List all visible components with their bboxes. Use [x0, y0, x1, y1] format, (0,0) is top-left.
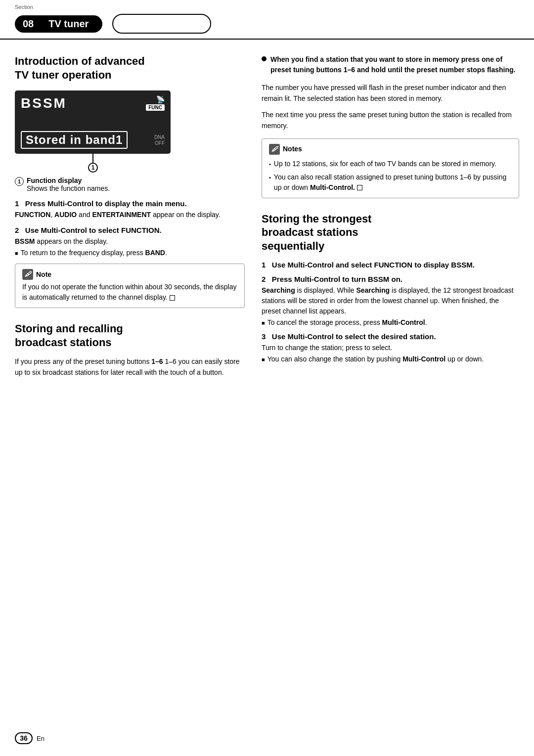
strongest-step-3: 3 Use Multi-Control to select the desire… [262, 332, 519, 363]
display-antenna-icon: 📡 [156, 95, 165, 103]
note-box: 🖊 Note If you do not operate the functio… [15, 264, 245, 308]
language-label: En [37, 735, 44, 742]
header-right-pill [112, 14, 211, 34]
strongest-step-2: 2 Press Multi-Control to turn BSSM on. S… [262, 275, 519, 326]
footer: 36 En [15, 732, 44, 744]
step-1: 1 Press Multi-Control to display the mai… [15, 199, 245, 220]
notes-box: 🖊 Notes • Up to 12 stations, six for eac… [262, 138, 519, 198]
right-para-2: The next time you press the same preset … [262, 109, 519, 132]
annotation-1: 1 Function display Shows the function na… [15, 177, 245, 192]
strongest-section: Storing the strongest broadcast stations… [262, 212, 519, 363]
section-label: Section [15, 4, 33, 10]
display-off-badge: OFF [155, 140, 165, 146]
storing-section: Storing and recalling broadcast stations… [15, 322, 245, 378]
display-bssm-text: BSSM [21, 95, 67, 111]
device-display: BSSM 📡 FUNC Stored in band1 DNA OFF [15, 90, 171, 154]
display-func-badge: FUNC [146, 104, 165, 111]
intro-heading: Introduction of advanced TV tuner operat… [15, 54, 245, 82]
display-wrapper: BSSM 📡 FUNC Stored in band1 DNA OFF [15, 90, 245, 154]
section-number: 08 [15, 15, 42, 33]
step-2: 2 Use Multi-Control to select FUNCTION. … [15, 226, 245, 257]
main-bullet: When you find a station that you want to… [262, 54, 519, 75]
section-title: TV tuner [42, 15, 102, 33]
display-dna-badge: DNA [154, 134, 165, 140]
callout-circle-1: 1 [88, 163, 98, 173]
page-number: 36 [15, 732, 33, 744]
right-para-1: The number you have pressed will flash i… [262, 82, 519, 104]
strongest-step-1: 1 Use Multi-Control and select FUNCTION … [262, 261, 519, 269]
display-stored-text: Stored in band1 [21, 131, 128, 149]
